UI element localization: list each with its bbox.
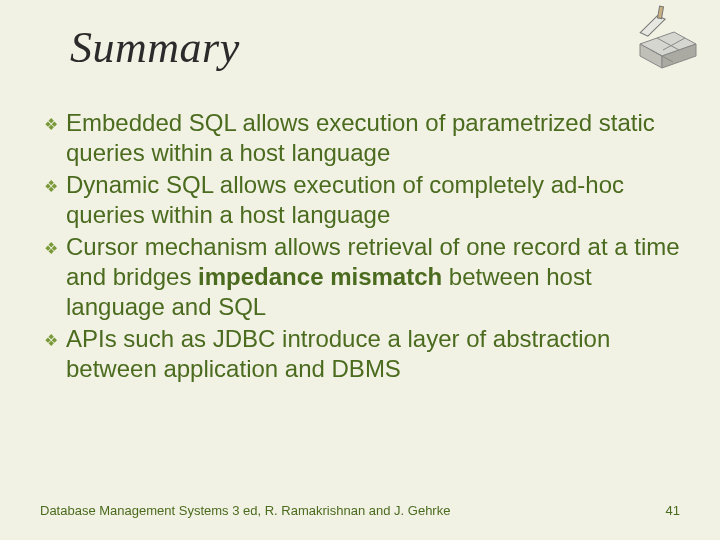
bullet-list: ❖ Embedded SQL allows execution of param… <box>44 108 680 386</box>
bullet-icon: ❖ <box>44 234 58 264</box>
slide: Summary ❖ Embedded SQL allows execution … <box>0 0 720 540</box>
footer-citation: Database Management Systems 3 ed, R. Ram… <box>40 503 450 518</box>
page-number: 41 <box>666 503 680 518</box>
list-item: ❖ APIs such as JDBC introduce a layer of… <box>44 324 680 384</box>
svg-marker-6 <box>637 14 669 39</box>
list-item: ❖ Embedded SQL allows execution of param… <box>44 108 680 168</box>
svg-rect-7 <box>658 6 664 19</box>
bullet-icon: ❖ <box>44 326 58 356</box>
list-item: ❖ Dynamic SQL allows execution of comple… <box>44 170 680 230</box>
list-item-text: Cursor mechanism allows retrieval of one… <box>66 232 680 322</box>
list-item-text: APIs such as JDBC introduce a layer of a… <box>66 324 680 384</box>
list-item-text: Embedded SQL allows execution of paramet… <box>66 108 680 168</box>
bullet-icon: ❖ <box>44 172 58 202</box>
bullet-icon: ❖ <box>44 110 58 140</box>
brick-trowel-icon <box>610 4 702 72</box>
slide-title: Summary <box>70 22 240 73</box>
list-item-text: Dynamic SQL allows execution of complete… <box>66 170 680 230</box>
list-item: ❖ Cursor mechanism allows retrieval of o… <box>44 232 680 322</box>
